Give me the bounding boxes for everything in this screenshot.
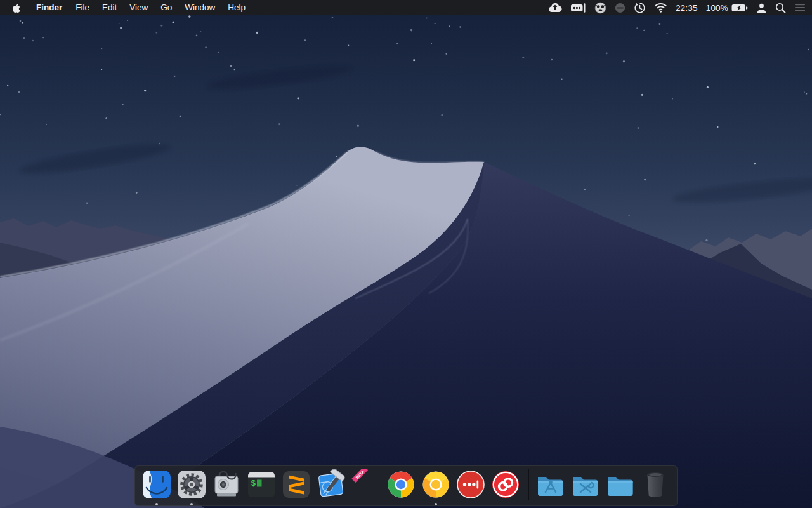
- battery-icon: [731, 4, 748, 12]
- gas-mask-icon[interactable]: [594, 0, 606, 15]
- status-disc-icon[interactable]: [615, 0, 625, 15]
- dock-item-chrome[interactable]: [384, 468, 417, 500]
- xcode-beta-icon: BETA: [350, 469, 382, 500]
- spotlight-search-icon[interactable]: [775, 0, 786, 15]
- folder-applications-icon: [535, 469, 566, 500]
- dock-item-folder-plain[interactable]: [604, 468, 637, 500]
- disk-utility-icon: [211, 469, 242, 500]
- terminal-icon: $: [246, 469, 277, 500]
- dock: $ BETA: [134, 465, 678, 506]
- password-field-icon[interactable]: [570, 0, 586, 15]
- folder-plain-icon: [605, 469, 636, 500]
- chrome-canary-icon: [420, 469, 452, 500]
- xcode-icon: [315, 469, 347, 500]
- dock-item-xcode-beta[interactable]: BETA: [350, 468, 383, 500]
- app-menus: FileEditViewGoWindowHelp: [69, 0, 252, 15]
- cloud-upload-icon[interactable]: [548, 0, 562, 15]
- dock-area: $ BETA: [0, 465, 812, 506]
- running-indicator: [155, 503, 158, 505]
- dock-item-finder[interactable]: [140, 468, 173, 500]
- lastpass-icon: [455, 469, 487, 500]
- dock-item-chrome-canary[interactable]: [419, 468, 452, 500]
- notification-center-icon[interactable]: [794, 0, 806, 15]
- menu-edit[interactable]: Edit: [96, 0, 123, 15]
- dock-divider: [528, 469, 528, 500]
- menu-bar-status: 22:35100%: [548, 0, 812, 15]
- apple-menu[interactable]: [0, 0, 29, 15]
- folder-utilities-icon: [570, 469, 601, 500]
- menu-bar: Finder FileEditViewGoWindowHelp 22:35100…: [0, 0, 812, 15]
- user-icon[interactable]: [756, 0, 767, 15]
- dock-item-xcode[interactable]: [315, 468, 348, 500]
- svg-text:$: $: [251, 479, 256, 488]
- dock-item-folder-applications[interactable]: [534, 468, 567, 500]
- finder-icon: [141, 469, 173, 500]
- dock-item-system-preferences[interactable]: [175, 468, 208, 500]
- dock-item-trash[interactable]: [639, 468, 672, 500]
- dock-item-folder-utilities[interactable]: [569, 468, 602, 500]
- menu-help[interactable]: Help: [221, 0, 252, 15]
- running-indicator: [435, 503, 437, 505]
- sublime-text-icon: [280, 469, 312, 500]
- menu-bar-clock[interactable]: 22:35: [676, 3, 698, 13]
- menu-file[interactable]: File: [69, 0, 96, 15]
- wallpaper: [0, 0, 812, 508]
- running-indicator: [190, 503, 193, 505]
- menu-go[interactable]: Go: [154, 0, 178, 15]
- dock-item-sublime-text[interactable]: [280, 468, 313, 500]
- chrome-icon: [385, 469, 417, 500]
- battery-percent: 100%: [706, 3, 728, 13]
- dock-item-authy[interactable]: [489, 468, 522, 500]
- dock-item-disk-utility[interactable]: [210, 468, 243, 500]
- apple-icon: [12, 3, 21, 13]
- system-preferences-icon: [176, 469, 207, 500]
- active-app-menu[interactable]: Finder: [29, 0, 69, 15]
- dock-item-terminal[interactable]: $: [245, 468, 278, 500]
- wifi-icon[interactable]: [654, 0, 667, 15]
- menu-bar-left: Finder FileEditViewGoWindowHelp: [0, 0, 252, 15]
- menu-view[interactable]: View: [123, 0, 154, 15]
- time-machine-icon[interactable]: [634, 0, 646, 15]
- trash-icon: [639, 469, 671, 500]
- dock-item-lastpass[interactable]: [454, 468, 487, 500]
- desktop: Finder FileEditViewGoWindowHelp 22:35100…: [0, 0, 812, 508]
- authy-icon: [490, 469, 521, 500]
- menu-window[interactable]: Window: [178, 0, 221, 15]
- battery-status[interactable]: 100%: [706, 3, 748, 13]
